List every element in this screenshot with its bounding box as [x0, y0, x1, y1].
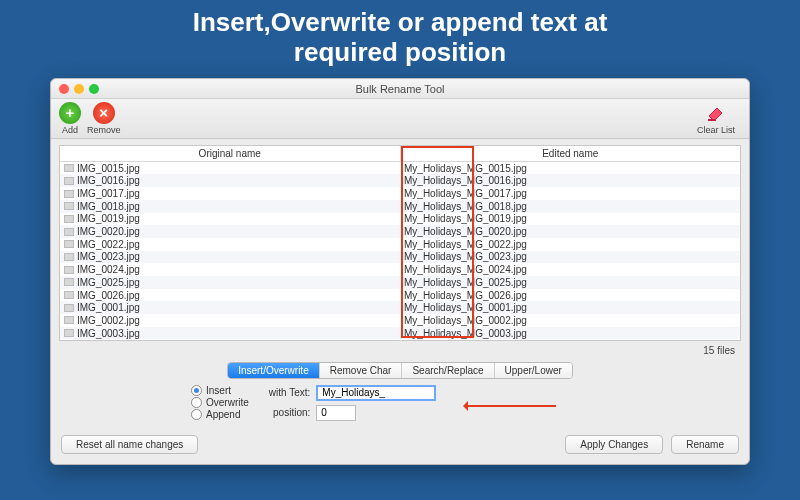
cell-edited: My_Holidays_MG_0019.jpg	[400, 213, 740, 224]
clear-label: Clear List	[697, 125, 735, 135]
position-label: position:	[269, 407, 311, 418]
table-row[interactable]: IMG_0001.jpgMy_Holidays_MG_0001.jpg	[60, 301, 740, 314]
radio-dot-icon	[191, 385, 202, 396]
tab-insert-overwrite[interactable]: Insert/Overwrite	[228, 363, 320, 378]
cell-edited: My_Holidays_MG_0017.jpg	[400, 188, 740, 199]
cell-original: IMG_0015.jpg	[60, 163, 400, 174]
x-icon: ×	[93, 102, 115, 124]
with-text-label: with Text:	[269, 387, 311, 398]
minimize-icon[interactable]	[74, 84, 84, 94]
cell-edited: My_Holidays_MG_0025.jpg	[400, 277, 740, 288]
remove-button[interactable]: × Remove	[87, 102, 121, 135]
table-row[interactable]: IMG_0023.jpgMy_Holidays_MG_0023.jpg	[60, 251, 740, 264]
radio-overwrite[interactable]: Overwrite	[191, 397, 249, 408]
cell-original: IMG_0001.jpg	[60, 302, 400, 313]
cell-original: IMG_0018.jpg	[60, 201, 400, 212]
cell-original: IMG_0019.jpg	[60, 213, 400, 224]
table-row[interactable]: IMG_0016.jpgMy_Holidays_MG_0016.jpg	[60, 174, 740, 187]
promo-line2: required position	[294, 37, 506, 67]
add-label: Add	[62, 125, 78, 135]
cell-original: IMG_0026.jpg	[60, 290, 400, 301]
plus-icon: +	[59, 102, 81, 124]
file-icon	[64, 316, 74, 324]
file-icon	[64, 202, 74, 210]
table-row[interactable]: IMG_0024.jpgMy_Holidays_MG_0024.jpg	[60, 263, 740, 276]
cell-edited: My_Holidays_MG_0001.jpg	[400, 302, 740, 313]
file-icon	[64, 329, 74, 337]
table-row[interactable]: IMG_0020.jpgMy_Holidays_MG_0020.jpg	[60, 225, 740, 238]
toolbar: + Add × Remove Clear List	[51, 99, 749, 139]
cell-edited: My_Holidays_MG_0020.jpg	[400, 226, 740, 237]
clear-list-button[interactable]: Clear List	[697, 102, 735, 135]
tab-search-replace[interactable]: Search/Replace	[402, 363, 494, 378]
file-icon	[64, 253, 74, 261]
file-icon	[64, 278, 74, 286]
cell-edited: My_Holidays_MG_0022.jpg	[400, 239, 740, 250]
file-icon	[64, 266, 74, 274]
cell-edited: My_Holidays_MG_0026.jpg	[400, 290, 740, 301]
mode-tabs: Insert/Overwrite Remove Char Search/Repl…	[51, 358, 749, 383]
table-row[interactable]: IMG_0002.jpgMy_Holidays_MG_0002.jpg	[60, 314, 740, 327]
file-icon	[64, 304, 74, 312]
cell-original: IMG_0024.jpg	[60, 264, 400, 275]
table-row[interactable]: IMG_0026.jpgMy_Holidays_MG_0026.jpg	[60, 289, 740, 302]
file-count: 15 files	[51, 341, 749, 358]
file-icon	[64, 177, 74, 185]
col-edited[interactable]: Edited name	[401, 146, 741, 161]
table-row[interactable]: IMG_0022.jpgMy_Holidays_MG_0022.jpg	[60, 238, 740, 251]
remove-label: Remove	[87, 125, 121, 135]
promo-line1: Insert,Overwrite or append text at	[193, 7, 608, 37]
cell-edited: My_Holidays_MG_0015.jpg	[400, 163, 740, 174]
file-table: Original name Edited name IMG_0015.jpgMy…	[59, 145, 741, 341]
options-panel: Insert Overwrite Append with Text: posit…	[51, 383, 749, 429]
cell-edited: My_Holidays_MG_0003.jpg	[400, 328, 740, 339]
cell-original: IMG_0002.jpg	[60, 315, 400, 326]
table-row[interactable]: IMG_0015.jpgMy_Holidays_MG_0015.jpg	[60, 162, 740, 175]
cell-edited: My_Holidays_MG_0002.jpg	[400, 315, 740, 326]
file-icon	[64, 228, 74, 236]
annotation-arrow	[466, 405, 556, 407]
file-icon	[64, 190, 74, 198]
titlebar: Bulk Rename Tool	[51, 79, 749, 99]
svg-rect-0	[708, 119, 716, 121]
zoom-icon[interactable]	[89, 84, 99, 94]
promo-headline: Insert,Overwrite or append text at requi…	[0, 0, 800, 78]
rename-button[interactable]: Rename	[671, 435, 739, 454]
table-row[interactable]: IMG_0019.jpgMy_Holidays_MG_0019.jpg	[60, 213, 740, 226]
table-row[interactable]: IMG_0003.jpgMy_Holidays_MG_0003.jpg	[60, 327, 740, 340]
apply-changes-button[interactable]: Apply Changes	[565, 435, 663, 454]
window-title: Bulk Rename Tool	[51, 79, 749, 99]
file-icon	[64, 291, 74, 299]
cell-original: IMG_0003.jpg	[60, 328, 400, 339]
position-input[interactable]	[316, 405, 356, 421]
cell-edited: My_Holidays_MG_0023.jpg	[400, 251, 740, 262]
file-icon	[64, 164, 74, 172]
tab-remove-char[interactable]: Remove Char	[320, 363, 403, 378]
cell-original: IMG_0023.jpg	[60, 251, 400, 262]
cell-original: IMG_0022.jpg	[60, 239, 400, 250]
cell-original: IMG_0020.jpg	[60, 226, 400, 237]
close-icon[interactable]	[59, 84, 69, 94]
with-text-input[interactable]	[316, 385, 436, 401]
table-row[interactable]: IMG_0017.jpgMy_Holidays_MG_0017.jpg	[60, 187, 740, 200]
reset-button[interactable]: Reset all name changes	[61, 435, 198, 454]
cell-edited: My_Holidays_MG_0024.jpg	[400, 264, 740, 275]
cell-edited: My_Holidays_MG_0018.jpg	[400, 201, 740, 212]
file-icon	[64, 240, 74, 248]
cell-edited: My_Holidays_MG_0016.jpg	[400, 175, 740, 186]
cell-original: IMG_0025.jpg	[60, 277, 400, 288]
radio-append[interactable]: Append	[191, 409, 249, 420]
radio-insert[interactable]: Insert	[191, 385, 249, 396]
radio-dot-icon	[191, 397, 202, 408]
cell-original: IMG_0017.jpg	[60, 188, 400, 199]
eraser-icon	[705, 102, 727, 124]
col-original[interactable]: Original name	[60, 146, 401, 161]
file-icon	[64, 215, 74, 223]
cell-original: IMG_0016.jpg	[60, 175, 400, 186]
tab-upper-lower[interactable]: Upper/Lower	[495, 363, 572, 378]
table-row[interactable]: IMG_0025.jpgMy_Holidays_MG_0025.jpg	[60, 276, 740, 289]
app-window: Bulk Rename Tool + Add × Remove Clear Li…	[50, 78, 750, 465]
radio-dot-icon	[191, 409, 202, 420]
table-row[interactable]: IMG_0018.jpgMy_Holidays_MG_0018.jpg	[60, 200, 740, 213]
add-button[interactable]: + Add	[59, 102, 81, 135]
